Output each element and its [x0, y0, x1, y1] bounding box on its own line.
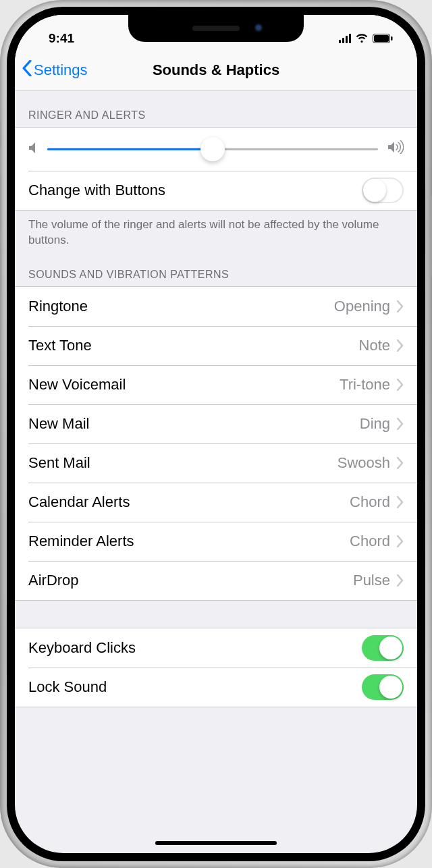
sound-row-label: New Voicemail [28, 376, 126, 394]
chevron-right-icon [397, 379, 404, 391]
sound-row-label: Sent Mail [28, 454, 90, 472]
sound-row-label: Text Tone [28, 337, 92, 354]
svg-rect-2 [391, 36, 393, 40]
speaker-high-icon [387, 140, 404, 158]
system-sound-toggle[interactable] [362, 635, 404, 661]
sound-row-value: Ding [360, 415, 390, 433]
sound-row-label: Ringtone [28, 298, 88, 315]
section-header-patterns: Sounds and Vibration Patterns [15, 256, 417, 286]
sound-row-label: Reminder Alerts [28, 533, 134, 550]
sound-row[interactable]: New VoicemailTri-tone [15, 365, 417, 404]
change-with-buttons-row[interactable]: Change with Buttons [15, 171, 417, 210]
chevron-right-icon [397, 496, 404, 508]
sound-row[interactable]: AirDropPulse [15, 561, 417, 600]
sound-row-value: Chord [350, 493, 390, 511]
sound-row-label: Calendar Alerts [28, 493, 130, 511]
battery-icon [373, 34, 393, 43]
sound-row-label: New Mail [28, 415, 89, 433]
chevron-right-icon [397, 457, 404, 469]
page-title: Sounds & Haptics [153, 61, 279, 79]
system-sound-label: Keyboard Clicks [28, 639, 136, 657]
sound-row[interactable]: New MailDing [15, 404, 417, 443]
back-button[interactable]: Settings [22, 50, 88, 90]
ringer-group: Change with Buttons [15, 127, 417, 211]
section-footer-ringer: The volume of the ringer and alerts will… [15, 211, 417, 256]
device-notch [128, 15, 304, 42]
home-indicator[interactable] [155, 841, 277, 845]
status-time: 9:41 [35, 31, 74, 46]
sound-row-value: Pulse [353, 572, 390, 589]
navigation-bar: Settings Sounds & Haptics [15, 50, 417, 90]
back-label: Settings [34, 61, 88, 79]
chevron-right-icon [397, 535, 404, 547]
sound-row[interactable]: Text ToneNote [15, 326, 417, 365]
volume-slider[interactable] [47, 139, 378, 159]
speaker-low-icon [28, 140, 38, 158]
system-sound-toggle[interactable] [362, 674, 404, 700]
sound-row-value: Opening [334, 298, 390, 315]
svg-rect-1 [374, 35, 389, 42]
sound-row[interactable]: RingtoneOpening [15, 287, 417, 326]
sound-row-value: Swoosh [338, 454, 390, 472]
chevron-right-icon [397, 340, 404, 352]
sound-row-value: Chord [350, 533, 390, 550]
chevron-right-icon [397, 574, 404, 587]
sound-row-label: AirDrop [28, 572, 79, 589]
change-with-buttons-toggle[interactable] [362, 178, 404, 203]
wifi-icon [355, 34, 369, 43]
sound-row-value: Tri-tone [340, 376, 390, 394]
sound-row-value: Note [359, 337, 390, 354]
status-indicators [339, 34, 397, 43]
section-header-ringer: Ringer and Alerts [15, 90, 417, 127]
system-sounds-group: Keyboard ClicksLock Sound [15, 628, 417, 707]
chevron-right-icon [397, 418, 404, 430]
cellular-signal-icon [339, 34, 351, 43]
system-sound-row[interactable]: Keyboard Clicks [15, 628, 417, 668]
change-with-buttons-label: Change with Buttons [28, 182, 165, 199]
volume-slider-row [15, 128, 417, 171]
system-sound-row[interactable]: Lock Sound [15, 668, 417, 707]
sound-row[interactable]: Reminder AlertsChord [15, 522, 417, 561]
system-sound-label: Lock Sound [28, 678, 107, 696]
patterns-group: RingtoneOpeningText ToneNoteNew Voicemai… [15, 286, 417, 601]
chevron-right-icon [397, 300, 404, 313]
sound-row[interactable]: Sent MailSwoosh [15, 443, 417, 483]
sound-row[interactable]: Calendar AlertsChord [15, 483, 417, 522]
chevron-left-icon [22, 60, 32, 80]
